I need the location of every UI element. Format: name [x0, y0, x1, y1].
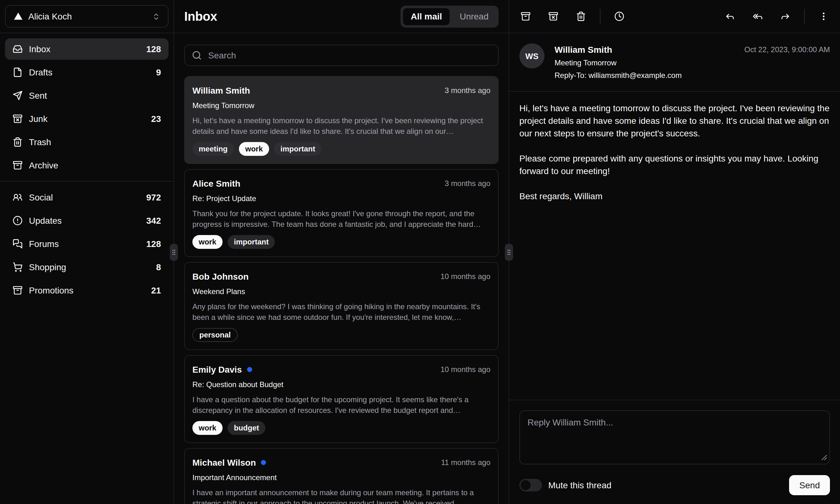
sidebar-item-social[interactable]: Social972	[5, 187, 169, 208]
toolbar-right-group	[719, 5, 835, 28]
sidebar-item-forums[interactable]: Forums128	[5, 233, 169, 254]
email-labels: meetingworkimportant	[192, 142, 490, 156]
list-resize-handle[interactable]	[505, 244, 513, 261]
reply-textarea[interactable]	[519, 410, 830, 464]
sidebar-item-shopping[interactable]: Shopping8	[5, 256, 169, 278]
email-list-item[interactable]: William Smith3 months agoMeeting Tomorro…	[184, 76, 498, 164]
label-badge[interactable]: meeting	[192, 142, 234, 156]
email-subject: Important Announcement	[192, 472, 490, 483]
email-sender: Michael Wilson	[192, 456, 256, 469]
sidebar-item-junk[interactable]: Junk23	[5, 108, 169, 129]
email-list-item[interactable]: Michael Wilson11 months agoImportant Ann…	[184, 448, 498, 504]
reply-all-icon	[753, 11, 763, 21]
forward-button[interactable]	[774, 5, 797, 28]
reply-button[interactable]	[719, 5, 741, 28]
reply-icon	[725, 11, 735, 21]
label-badge[interactable]: work	[239, 142, 269, 156]
sidebar-item-count: 972	[146, 192, 161, 202]
search-icon	[192, 50, 202, 60]
sidebar-item-count: 128	[146, 239, 161, 249]
reply-footer: Mute this thread Send	[519, 475, 830, 495]
unread-dot	[261, 460, 266, 465]
tab-unread[interactable]: Unread	[452, 8, 496, 25]
sidebar-item-count: 128	[146, 44, 161, 54]
sidebar-item-sent[interactable]: Sent	[5, 85, 169, 106]
message-sender: William Smith	[555, 43, 682, 56]
email-row-header: Bob Johnson10 months ago	[192, 270, 490, 283]
sidebar-item-count: 21	[151, 285, 161, 295]
sidebar-item-promotions[interactable]: Promotions21	[5, 280, 169, 301]
email-subject: Meeting Tomorrow	[192, 101, 490, 111]
sidebar-item-drafts[interactable]: Drafts9	[5, 61, 169, 83]
email-time: 10 months ago	[440, 272, 490, 281]
avatar: WS	[519, 43, 544, 69]
sidebar: Alicia Koch Inbox128Drafts9SentJunk23Tra…	[0, 0, 174, 504]
snooze-clock-button[interactable]	[608, 5, 631, 28]
email-sender: Alice Smith	[192, 177, 241, 190]
send-icon	[13, 90, 23, 101]
account-name: Alicia Koch	[28, 11, 147, 21]
sidebar-item-label: Promotions	[29, 285, 73, 295]
search-input[interactable]	[207, 50, 491, 61]
email-list-item[interactable]: Emily Davis10 months agoRe: Question abo…	[184, 355, 498, 443]
email-preview: I have an important announcement to make…	[192, 488, 490, 504]
snooze-clock-icon	[614, 11, 624, 21]
mute-thread-toggle[interactable]	[519, 479, 542, 491]
message-date: Oct 22, 2023, 9:00:00 AM	[745, 43, 830, 54]
trash-icon	[13, 137, 23, 147]
email-row-header: William Smith3 months ago	[192, 84, 490, 97]
mail-detail-panel: WS William Smith Meeting Tomorrow Reply-…	[509, 0, 840, 504]
email-list: William Smith3 months agoMeeting Tomorro…	[174, 76, 509, 504]
mute-thread-label: Mute this thread	[548, 480, 611, 490]
email-row-header: Alice Smith3 months ago	[192, 177, 490, 190]
sidebar-item-count: 8	[156, 262, 161, 272]
email-preview: Thank you for the project update. It loo…	[192, 209, 490, 230]
label-badge[interactable]: work	[192, 421, 223, 435]
trash-button[interactable]	[570, 5, 592, 28]
search-box	[184, 44, 498, 66]
send-button[interactable]: Send	[789, 475, 830, 495]
label-badge[interactable]: important	[228, 235, 275, 249]
file-icon	[13, 67, 23, 77]
sidebar-item-label: Inbox	[29, 44, 51, 54]
alert-circle-icon	[13, 216, 23, 226]
account-switcher[interactable]: Alicia Koch	[5, 5, 169, 28]
email-list-item[interactable]: Bob Johnson10 months agoWeekend PlansAny…	[184, 262, 498, 350]
sidebar-item-label: Sent	[29, 90, 47, 101]
label-badge[interactable]: budget	[228, 421, 265, 435]
reply-all-button[interactable]	[746, 5, 769, 28]
toolbar-divider	[600, 9, 600, 24]
archive-x-button[interactable]	[542, 5, 565, 28]
archive-x-icon	[13, 114, 23, 124]
more-vertical-icon	[819, 11, 829, 21]
label-badge[interactable]: work	[192, 235, 223, 249]
sidebar-item-label: Trash	[29, 137, 51, 147]
sidebar-item-trash[interactable]: Trash	[5, 131, 169, 153]
message-paragraph: Please come prepared with any questions …	[519, 152, 830, 177]
message-header-text: William Smith Meeting Tomorrow Reply-To:…	[555, 43, 682, 81]
users-icon	[13, 192, 23, 202]
sidebar-item-label: Junk	[29, 114, 48, 124]
archive-icon	[13, 160, 23, 170]
sidebar-item-updates[interactable]: Updates342	[5, 210, 169, 231]
tab-all-mail[interactable]: All mail	[403, 8, 450, 25]
label-badge[interactable]: personal	[192, 328, 238, 342]
sidebar-item-inbox[interactable]: Inbox128	[5, 38, 169, 60]
sidebar-resize-handle[interactable]	[170, 244, 178, 261]
archive-x-icon	[548, 11, 558, 21]
sidebar-item-archive[interactable]: Archive	[5, 155, 169, 176]
forward-icon	[780, 11, 790, 21]
archive-icon	[521, 11, 531, 21]
more-vertical-button[interactable]	[812, 5, 835, 28]
trash-icon	[576, 11, 586, 21]
email-sender: Emily Davis	[192, 363, 242, 376]
email-subject: Re: Question about Budget	[192, 380, 490, 390]
email-list-item[interactable]: Alice Smith3 months agoRe: Project Updat…	[184, 169, 498, 257]
sidebar-item-label: Forums	[29, 239, 59, 249]
message-reply-to: Reply-To: williamsmith@example.com	[555, 70, 682, 81]
email-subject: Re: Project Update	[192, 194, 490, 204]
email-subject: Weekend Plans	[192, 287, 490, 296]
label-badge[interactable]: important	[274, 142, 321, 156]
email-time: 10 months ago	[440, 365, 490, 374]
archive-button[interactable]	[514, 5, 537, 28]
